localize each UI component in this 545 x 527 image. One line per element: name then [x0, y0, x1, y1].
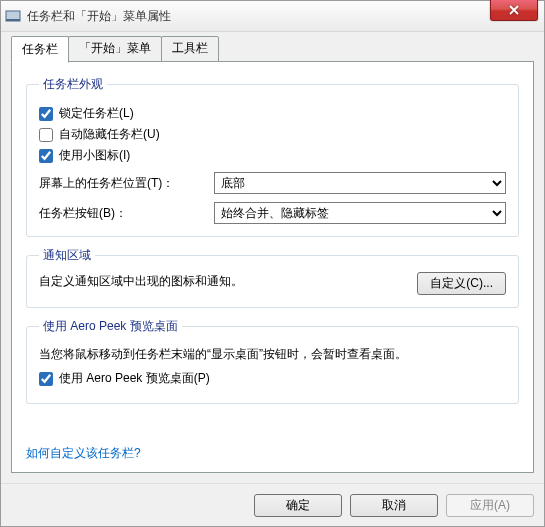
group-aero-peek: 使用 Aero Peek 预览桌面 当您将鼠标移动到任务栏末端的“显示桌面”按钮…: [26, 318, 519, 404]
checkbox-autohide-taskbar-input[interactable]: [39, 128, 53, 142]
app-icon: [5, 8, 21, 24]
apply-button[interactable]: 应用(A): [446, 494, 534, 517]
aero-desc: 当您将鼠标移动到任务栏末端的“显示桌面”按钮时，会暂时查看桌面。: [39, 345, 506, 364]
group-notification: 通知区域 自定义通知区域中出现的图标和通知。 自定义(C)...: [26, 247, 519, 308]
ok-button[interactable]: 确定: [254, 494, 342, 517]
titlebar: 任务栏和「开始」菜单属性: [1, 1, 544, 32]
checkbox-lock-taskbar[interactable]: 锁定任务栏(L): [39, 105, 506, 122]
tab-label: 任务栏: [22, 42, 58, 56]
checkbox-label: 使用 Aero Peek 预览桌面(P): [59, 370, 210, 387]
row-buttons: 任务栏按钮(B)： 始终合并、隐藏标签: [39, 202, 506, 224]
checkbox-label: 自动隐藏任务栏(U): [59, 126, 160, 143]
row-position: 屏幕上的任务栏位置(T)： 底部: [39, 172, 506, 194]
tab-strip: 任务栏 「开始」菜单 工具栏: [11, 40, 534, 62]
checkbox-aero-peek-input[interactable]: [39, 372, 53, 386]
window-title: 任务栏和「开始」菜单属性: [27, 8, 171, 25]
checkbox-autohide-taskbar[interactable]: 自动隐藏任务栏(U): [39, 126, 506, 143]
label-buttons: 任务栏按钮(B)：: [39, 205, 214, 222]
close-button[interactable]: [490, 0, 538, 21]
tab-label: 工具栏: [172, 41, 208, 55]
dialog-window: 任务栏和「开始」菜单属性 任务栏 「开始」菜单 工具栏 任务栏外观 锁定任务栏(…: [0, 0, 545, 527]
button-label: 自定义(C)...: [430, 276, 493, 290]
group-notification-legend: 通知区域: [39, 247, 95, 264]
checkbox-small-icons-input[interactable]: [39, 149, 53, 163]
combo-buttons[interactable]: 始终合并、隐藏标签: [214, 202, 506, 224]
tab-taskbar[interactable]: 任务栏: [11, 36, 69, 63]
button-label: 应用(A): [470, 498, 510, 512]
link-text: 如何自定义该任务栏?: [26, 446, 141, 460]
checkbox-label: 使用小图标(I): [59, 147, 130, 164]
button-label: 取消: [382, 498, 406, 512]
label-position: 屏幕上的任务栏位置(T)：: [39, 175, 214, 192]
group-aero-legend: 使用 Aero Peek 预览桌面: [39, 318, 182, 335]
close-icon: [509, 5, 519, 15]
svg-rect-1: [6, 19, 20, 21]
client-area: 任务栏 「开始」菜单 工具栏 任务栏外观 锁定任务栏(L) 自动隐藏任务栏(U)…: [1, 32, 544, 483]
tab-page-taskbar: 任务栏外观 锁定任务栏(L) 自动隐藏任务栏(U) 使用小图标(I) 屏幕上的任…: [11, 61, 534, 473]
button-label: 确定: [286, 498, 310, 512]
tab-label: 「开始」菜单: [79, 41, 151, 55]
checkbox-small-icons[interactable]: 使用小图标(I): [39, 147, 506, 164]
cancel-button[interactable]: 取消: [350, 494, 438, 517]
group-appearance: 任务栏外观 锁定任务栏(L) 自动隐藏任务栏(U) 使用小图标(I) 屏幕上的任…: [26, 76, 519, 237]
checkbox-lock-taskbar-input[interactable]: [39, 107, 53, 121]
notification-desc: 自定义通知区域中出现的图标和通知。: [39, 272, 407, 291]
tab-startmenu[interactable]: 「开始」菜单: [68, 36, 162, 62]
help-link[interactable]: 如何自定义该任务栏?: [26, 445, 519, 462]
group-appearance-legend: 任务栏外观: [39, 76, 107, 93]
dialog-footer: 确定 取消 应用(A): [1, 483, 544, 526]
checkbox-label: 锁定任务栏(L): [59, 105, 134, 122]
checkbox-aero-peek[interactable]: 使用 Aero Peek 预览桌面(P): [39, 370, 506, 387]
customize-button[interactable]: 自定义(C)...: [417, 272, 506, 295]
tab-toolbars[interactable]: 工具栏: [161, 36, 219, 62]
spacer: [26, 414, 519, 429]
combo-position[interactable]: 底部: [214, 172, 506, 194]
